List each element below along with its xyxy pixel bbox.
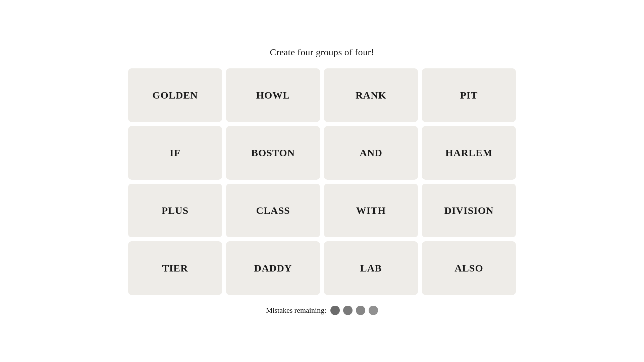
card-label-plus: PLUS xyxy=(162,205,189,216)
word-grid: GOLDENHOWLRANKPITIFBOSTONANDHARLEMPLUSCL… xyxy=(128,68,516,295)
card-pit[interactable]: PIT xyxy=(422,68,516,122)
card-howl[interactable]: HOWL xyxy=(226,68,320,122)
card-label-golden: GOLDEN xyxy=(152,89,198,101)
card-lab[interactable]: LAB xyxy=(324,241,418,295)
mistake-dot-3 xyxy=(356,306,365,315)
card-daddy[interactable]: DADDY xyxy=(226,241,320,295)
card-label-rank: RANK xyxy=(356,89,386,101)
card-plus[interactable]: PLUS xyxy=(128,184,222,237)
mistake-dot-4 xyxy=(369,306,378,315)
card-label-class: CLASS xyxy=(256,205,290,216)
card-label-pit: PIT xyxy=(460,89,478,101)
mistakes-label: Mistakes remaining: xyxy=(266,306,326,315)
page-container: Create four groups of four! GOLDENHOWLRA… xyxy=(0,47,644,315)
dots-container xyxy=(330,306,378,315)
card-harlem[interactable]: HARLEM xyxy=(422,126,516,180)
card-division[interactable]: DIVISION xyxy=(422,184,516,237)
page-subtitle: Create four groups of four! xyxy=(270,47,374,58)
card-boston[interactable]: BOSTON xyxy=(226,126,320,180)
card-label-also: ALSO xyxy=(454,262,483,274)
card-label-if: IF xyxy=(170,147,180,159)
card-tier[interactable]: TIER xyxy=(128,241,222,295)
mistake-dot-2 xyxy=(343,306,353,315)
mistakes-row: Mistakes remaining: xyxy=(266,306,378,315)
card-with[interactable]: WITH xyxy=(324,184,418,237)
card-rank[interactable]: RANK xyxy=(324,68,418,122)
card-label-daddy: DADDY xyxy=(254,262,292,274)
card-label-howl: HOWL xyxy=(256,89,290,101)
card-also[interactable]: ALSO xyxy=(422,241,516,295)
card-label-division: DIVISION xyxy=(444,205,493,216)
card-and[interactable]: AND xyxy=(324,126,418,180)
card-label-lab: LAB xyxy=(360,262,382,274)
card-label-boston: BOSTON xyxy=(251,147,295,159)
card-label-tier: TIER xyxy=(162,262,188,274)
card-class[interactable]: CLASS xyxy=(226,184,320,237)
card-if[interactable]: IF xyxy=(128,126,222,180)
card-label-with: WITH xyxy=(356,205,386,216)
mistake-dot-1 xyxy=(330,306,340,315)
card-label-and: AND xyxy=(360,147,382,159)
card-label-harlem: HARLEM xyxy=(445,147,492,159)
card-golden[interactable]: GOLDEN xyxy=(128,68,222,122)
